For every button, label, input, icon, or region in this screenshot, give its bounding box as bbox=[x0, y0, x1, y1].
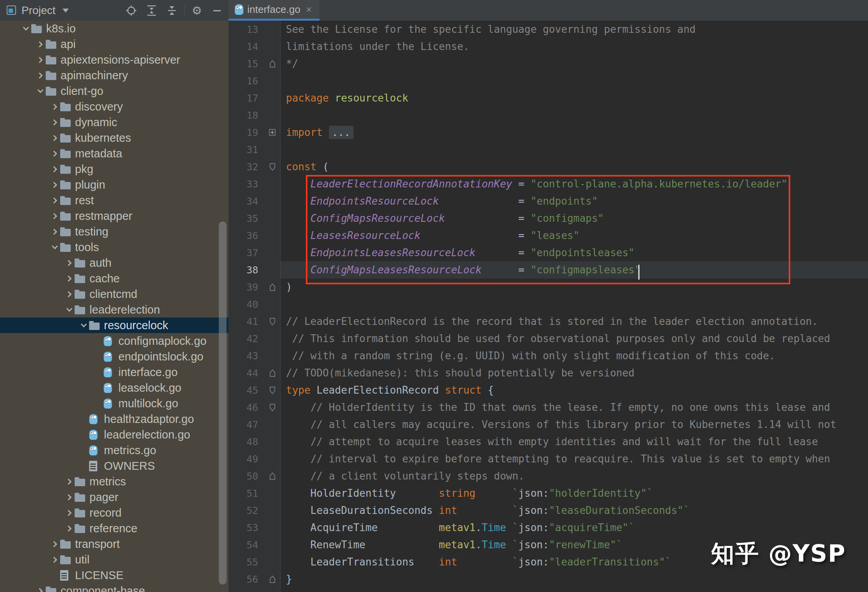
code-line-40[interactable]: 40 bbox=[229, 296, 868, 313]
tree-item-kubernetes[interactable]: kubernetes bbox=[0, 130, 229, 146]
chevron-down-icon[interactable] bbox=[64, 309, 75, 311]
code-text[interactable]: EndpointsResourceLock = "endpoints" bbox=[280, 193, 868, 210]
chevron-right-icon[interactable] bbox=[64, 276, 75, 281]
tree-item-leaderelection[interactable]: leaderelection bbox=[0, 302, 229, 317]
close-icon[interactable]: × bbox=[306, 4, 312, 16]
code-line-35[interactable]: 35 ConfigMapsResourceLock = "configmaps" bbox=[229, 210, 868, 227]
chevron-down-icon[interactable] bbox=[78, 325, 89, 326]
code-text[interactable]: // interval to expire before attempting … bbox=[280, 450, 868, 467]
tree-item-leaderelection-go[interactable]: leaderelection.go bbox=[0, 427, 229, 442]
collapse-selection-icon[interactable] bbox=[166, 5, 178, 16]
tree-item-tools[interactable]: tools bbox=[0, 239, 229, 255]
tree-item-restmapper[interactable]: restmapper bbox=[0, 208, 229, 224]
gear-icon[interactable]: ⚙ bbox=[191, 5, 203, 16]
code-text[interactable] bbox=[280, 296, 868, 313]
tree-item-apimachinery[interactable]: apimachinery bbox=[0, 68, 229, 83]
code-line-43[interactable]: 43 // with a random string (e.g. UUID) w… bbox=[229, 347, 868, 364]
code-text[interactable]: // TODO(mikedanese): this should potenti… bbox=[280, 364, 868, 382]
tree-item-resourcelock[interactable]: resourcelock bbox=[0, 317, 229, 333]
code-line-53[interactable]: 53 AcquireTime metav1.Time `json:"acquir… bbox=[229, 519, 868, 536]
code-line-32[interactable]: 32const ( bbox=[229, 158, 868, 175]
tree-item-pkg[interactable]: pkg bbox=[0, 161, 229, 177]
tree-item-pager[interactable]: pager bbox=[0, 489, 229, 505]
tree-item-testing[interactable]: testing bbox=[0, 224, 229, 239]
code-text[interactable]: } bbox=[280, 571, 868, 588]
chevron-right-icon[interactable] bbox=[49, 152, 60, 156]
code-line-19[interactable]: 19import ... bbox=[229, 124, 868, 141]
code-text[interactable]: LeasesResourceLock = "leases" bbox=[280, 227, 868, 244]
tree-item-metrics-go[interactable]: metrics.go bbox=[0, 442, 229, 458]
tree-item-apiextensions-apiserver[interactable]: apiextensions-apiserver bbox=[0, 52, 229, 68]
fold-marker-icon[interactable] bbox=[258, 369, 279, 377]
code-line-14[interactable]: 14limitations under the License. bbox=[229, 38, 868, 55]
locate-icon[interactable] bbox=[125, 5, 137, 16]
code-text[interactable]: // LeaderElectionRecord is the record th… bbox=[280, 313, 868, 330]
tree-item-owners[interactable]: OWNERS bbox=[0, 458, 229, 474]
code-line-42[interactable]: 42 // This information should be used fo… bbox=[229, 330, 868, 347]
chevron-right-icon[interactable] bbox=[49, 105, 60, 109]
code-text[interactable]: LeaseDurationSeconds int `json:"leaseDur… bbox=[280, 502, 868, 519]
code-line-13[interactable]: 13See the License for the specific langu… bbox=[229, 21, 868, 38]
fold-marker-icon[interactable] bbox=[258, 283, 279, 291]
chevron-right-icon[interactable] bbox=[35, 73, 46, 78]
tab-interface-go[interactable]: interface.go × bbox=[229, 0, 320, 21]
code-line-18[interactable]: 18 bbox=[229, 107, 868, 124]
tree-item-auth[interactable]: auth bbox=[0, 255, 229, 271]
code-line-33[interactable]: 33 LeaderElectionRecordAnnotationKey = "… bbox=[229, 175, 868, 193]
code-text[interactable]: HolderIdentity string `json:"holderIdent… bbox=[280, 485, 868, 502]
code-text[interactable]: limitations under the License. bbox=[280, 38, 868, 55]
fold-marker-icon[interactable] bbox=[258, 403, 279, 412]
chevron-right-icon[interactable] bbox=[35, 589, 46, 592]
tree-item-healthzadaptor-go[interactable]: healthzadaptor.go bbox=[0, 411, 229, 427]
code-text[interactable]: AcquireTime metav1.Time `json:"acquireTi… bbox=[280, 519, 868, 536]
code-text[interactable]: ) bbox=[280, 278, 868, 296]
chevron-right-icon[interactable] bbox=[64, 495, 75, 499]
fold-marker-icon[interactable] bbox=[258, 317, 279, 326]
tree-item-metadata[interactable]: metadata bbox=[0, 146, 229, 161]
chevron-right-icon[interactable] bbox=[35, 42, 46, 46]
tree-item-client-go[interactable]: client-go bbox=[0, 83, 229, 99]
tree-item-transport[interactable]: transport bbox=[0, 536, 229, 552]
tree-item-k8s-io[interactable]: k8s.io bbox=[0, 21, 229, 36]
chevron-right-icon[interactable] bbox=[49, 183, 60, 187]
code-text[interactable]: // with a random string (e.g. UUID) with… bbox=[280, 347, 868, 364]
tree-item-configmaplock-go[interactable]: configmaplock.go bbox=[0, 333, 229, 349]
code-text[interactable]: */ bbox=[280, 55, 868, 72]
fold-marker-icon[interactable] bbox=[258, 472, 279, 480]
chevron-right-icon[interactable] bbox=[49, 136, 60, 140]
code-editor[interactable]: 13See the License for the specific langu… bbox=[229, 21, 868, 592]
code-text[interactable]: EndpointsLeasesResourceLock = "endpoints… bbox=[280, 244, 868, 261]
chevron-right-icon[interactable] bbox=[49, 198, 60, 203]
code-text[interactable]: // HolderIdentity is the ID that owns th… bbox=[280, 399, 868, 416]
tree-item-leaselock-go[interactable]: leaselock.go bbox=[0, 380, 229, 396]
code-line-17[interactable]: 17package resourcelock bbox=[229, 89, 868, 107]
code-text[interactable] bbox=[280, 588, 868, 592]
tree-item-dynamic[interactable]: dynamic bbox=[0, 114, 229, 130]
tree-item-rest[interactable]: rest bbox=[0, 193, 229, 208]
code-text[interactable]: ConfigMapsResourceLock = "configmaps" bbox=[280, 210, 868, 227]
chevron-right-icon[interactable] bbox=[49, 542, 60, 546]
tree-item-plugin[interactable]: plugin bbox=[0, 177, 229, 193]
chevron-right-icon[interactable] bbox=[49, 558, 60, 562]
code-text[interactable]: const ( bbox=[280, 158, 868, 175]
chevron-right-icon[interactable] bbox=[49, 230, 60, 234]
tree-item-discovery[interactable]: discovery bbox=[0, 99, 229, 114]
chevron-right-icon[interactable] bbox=[49, 214, 60, 218]
fold-marker-icon[interactable] bbox=[258, 60, 279, 68]
tree-item-api[interactable]: api bbox=[0, 36, 229, 52]
project-tool-icon[interactable] bbox=[7, 5, 16, 15]
chevron-down-icon[interactable] bbox=[49, 246, 60, 248]
chevron-right-icon[interactable] bbox=[49, 120, 60, 125]
code-line-36[interactable]: 36 LeasesResourceLock = "leases" bbox=[229, 227, 868, 244]
tree-item-cache[interactable]: cache bbox=[0, 271, 229, 286]
code-text[interactable]: LeaderElectionRecordAnnotationKey = "con… bbox=[280, 175, 868, 193]
project-dropdown[interactable]: Project bbox=[21, 4, 55, 17]
tree-item-license[interactable]: LICENSE bbox=[0, 567, 229, 583]
code-line-56[interactable]: 56} bbox=[229, 571, 868, 588]
code-line-52[interactable]: 52 LeaseDurationSeconds int `json:"lease… bbox=[229, 502, 868, 519]
chevron-right-icon[interactable] bbox=[64, 292, 75, 296]
code-line-34[interactable]: 34 EndpointsResourceLock = "endpoints" bbox=[229, 193, 868, 210]
code-line-48[interactable]: 48 // attempt to acquire leases with emp… bbox=[229, 433, 868, 450]
code-line-38[interactable]: 38 ConfigMapsLeasesResourceLock = "confi… bbox=[229, 261, 868, 278]
code-text[interactable]: type LeaderElectionRecord struct { bbox=[280, 382, 868, 399]
